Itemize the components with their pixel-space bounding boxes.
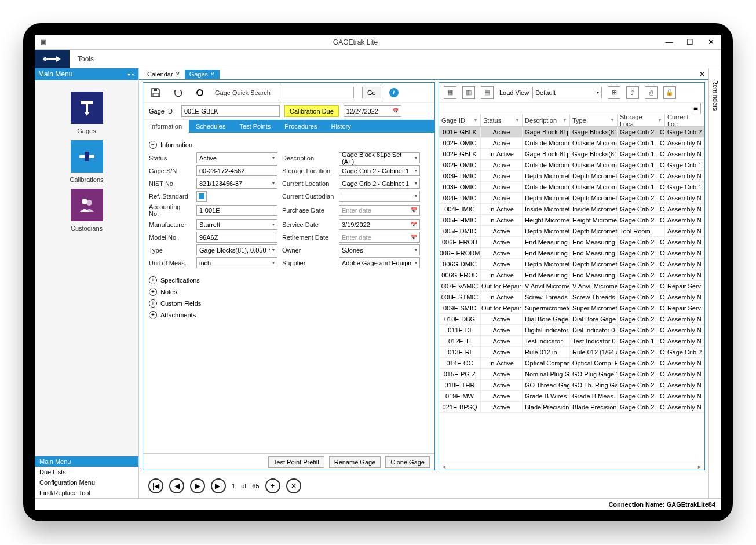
table-row[interactable]: 015E-PG-ZActiveNominal Plug GaGO Plug Ga…	[439, 369, 704, 380]
table-row[interactable]: 002F-OMICActiveOutside MicromeOutside Mi…	[439, 160, 704, 171]
subtab-history[interactable]: History	[324, 120, 357, 133]
filter-icon[interactable]: ▼	[658, 118, 662, 123]
table-row[interactable]: 003E-DMICActiveDepth MicrometeDepth Micr…	[439, 171, 704, 182]
maximize-button[interactable]: ☐	[680, 38, 700, 46]
sidebar-collapse-icon[interactable]: ▾ «	[127, 71, 135, 78]
undo-icon[interactable]	[171, 86, 185, 100]
next-due-date[interactable]: 12/24/2022 📅	[344, 105, 401, 117]
grid-header-description[interactable]: Description▼	[523, 114, 570, 126]
unit-of-meas-field[interactable]: inch	[196, 257, 277, 268]
tab-gages[interactable]: Gages ✕	[185, 70, 220, 79]
table-row[interactable]: 006G-ERODIn-ActiveEnd Measuring REnd Mea…	[439, 270, 704, 281]
grid-body[interactable]: 001E-GBLKActiveGage Block 81pcGage Block…	[439, 127, 704, 463]
minimize-button[interactable]: —	[659, 38, 680, 46]
filter-icon[interactable]: ▼	[515, 118, 520, 123]
table-row[interactable]: 012E-TIActiveTest indicatorTest Indicato…	[439, 336, 704, 347]
grid-h-scroll[interactable]: ◄►	[439, 463, 704, 470]
ref-standard-checkbox[interactable]	[196, 191, 207, 202]
sidebar-item-custodians[interactable]: Custodians	[71, 189, 103, 232]
export-excel-icon[interactable]: ⊞	[608, 86, 620, 99]
first-record-button[interactable]: |◀	[148, 478, 163, 493]
grid-header-type[interactable]: Type▼	[570, 114, 618, 126]
grid-header-status[interactable]: Status▼	[481, 114, 523, 126]
table-row[interactable]: 003E-OMICActiveOutside MicromeOutside Mi…	[439, 182, 704, 193]
close-all-tabs-icon[interactable]: ✕	[699, 70, 705, 78]
close-icon[interactable]: ✕	[210, 71, 215, 77]
refresh-icon[interactable]	[193, 86, 207, 100]
nav-find-replace[interactable]: Find/Replace Tool	[35, 488, 138, 498]
current-location-field[interactable]: Gage Crib 2 - Cabinet 1	[339, 178, 420, 189]
next-record-button[interactable]: ▶	[190, 478, 205, 493]
load-view-select[interactable]: Default▾	[532, 87, 602, 98]
go-button[interactable]: Go	[362, 87, 381, 98]
nav-main-menu[interactable]: Main Menu	[35, 456, 138, 467]
prev-record-button[interactable]: ◀	[169, 478, 184, 493]
grid-columns-icon[interactable]: ▤	[481, 86, 494, 99]
collapse-attachments[interactable]: + Attachments	[149, 311, 429, 319]
table-row[interactable]: 019E-MWActiveGrade B WiresGrade B Meas. …	[439, 391, 704, 402]
table-row[interactable]: 009E-SMICOut for RepairSupermicrometeSup…	[439, 303, 704, 314]
nav-config-menu[interactable]: Configuration Menu	[35, 477, 138, 488]
close-button[interactable]: ✕	[700, 38, 721, 46]
subtab-procedures[interactable]: Procedures	[277, 120, 324, 133]
sidebar-item-calibrations[interactable]: Calibrations	[70, 140, 103, 183]
close-icon[interactable]: ✕	[176, 71, 180, 77]
table-row[interactable]: 002E-OMICActiveOutside MicromeOutside Mi…	[439, 138, 704, 149]
sidebar-item-gages[interactable]: Gages	[71, 92, 103, 134]
grid-menu-icon[interactable]: ≡	[691, 103, 701, 114]
grid-header-current-loc[interactable]: Current Loc	[665, 114, 703, 126]
tab-calendar[interactable]: Calendar ✕	[143, 70, 185, 79]
save-icon[interactable]	[149, 86, 163, 100]
table-row[interactable]: 013E-RIActiveRule 012 inRule 012 (1/64 a…	[439, 347, 704, 358]
table-row[interactable]: 008E-STMICIn-ActiveScrew Threads MScrew …	[439, 292, 704, 303]
table-row[interactable]: 001E-GBLKActiveGage Block 81pcGage Block…	[439, 127, 704, 138]
collapse-information[interactable]: − Information	[149, 141, 429, 149]
grid-header-gage-id[interactable]: Gage ID▼	[439, 114, 481, 126]
table-row[interactable]: 018E-THRActiveGO Thread GageGO Th. Ring …	[439, 380, 704, 391]
table-row[interactable]: 014E-OCIn-ActiveOptical ComparaOptical C…	[439, 358, 704, 369]
status-field[interactable]: Active	[196, 152, 277, 163]
grid-view-icon[interactable]: ▦	[444, 86, 456, 99]
subtab-test-points[interactable]: Test Points	[232, 120, 277, 133]
manufacturer-field[interactable]: Starrett	[196, 219, 277, 230]
current-custodian-field[interactable]	[339, 191, 420, 202]
table-row[interactable]: 005F-DMICActiveDepth MicrometeDepth Micr…	[439, 226, 704, 237]
model-no-field[interactable]: 96A6Z	[196, 232, 277, 243]
table-row[interactable]: 004E-DMICActiveDepth MicrometeDepth Micr…	[439, 193, 704, 204]
description-field[interactable]: Gage Block 81pc Set (A+)	[339, 152, 420, 163]
table-row[interactable]: 021E-BPSQActiveBlade Precision SBlade Pr…	[439, 402, 704, 413]
rename-gage-button[interactable]: Rename Gage	[329, 456, 381, 468]
table-row[interactable]: 006G-DMICActiveDepth MicrometeDepth Micr…	[439, 259, 704, 270]
supplier-field[interactable]: Adobe Gage and Equipment	[339, 257, 420, 268]
storage-location-field[interactable]: Gage Crib 2 - Cabinet 1	[339, 165, 420, 176]
purchase-date-field[interactable]: Enter date	[339, 205, 420, 216]
ribbon-tools[interactable]: Tools	[70, 55, 102, 63]
table-row[interactable]: 007E-VAMICOut for RepairV Anvil Micromet…	[439, 281, 704, 292]
type-field[interactable]: Gage Blocks(81), 0.050-4.0in	[196, 244, 277, 255]
clone-gage-button[interactable]: Clone Gage	[385, 456, 430, 468]
delete-record-button[interactable]: ✕	[286, 478, 301, 493]
table-row[interactable]: 006E-ERODActiveEnd Measuring REnd Measur…	[439, 237, 704, 248]
subtab-information[interactable]: Information	[143, 120, 189, 133]
last-record-button[interactable]: ▶|	[211, 478, 226, 493]
filter-icon[interactable]: ▼	[610, 118, 615, 123]
collapse-custom-fields[interactable]: + Custom Fields	[149, 299, 429, 308]
filter-icon[interactable]: ▼	[473, 118, 478, 123]
filter-icon[interactable]: ▼	[563, 118, 567, 123]
gage-sn-field[interactable]: 00-23-172-4562	[196, 165, 277, 176]
system-menu-icon[interactable]: ▣	[35, 38, 52, 46]
info-icon[interactable]: i	[389, 88, 399, 97]
nav-due-lists[interactable]: Due Lists	[35, 467, 138, 477]
nist-no-field[interactable]: 821/123456-37	[196, 178, 277, 189]
table-row[interactable]: 011E-DIActiveDigital indicatorDial Indic…	[439, 325, 704, 336]
print-icon[interactable]: ⎙	[645, 86, 658, 99]
collapse-specifications[interactable]: + Specifications	[149, 276, 429, 284]
reminders-panel[interactable]: Reminders	[708, 68, 721, 498]
collapse-notes[interactable]: + Notes	[149, 288, 429, 296]
service-date-field[interactable]: 3/19/2022	[339, 219, 420, 230]
add-record-button[interactable]: +	[265, 478, 280, 493]
table-row[interactable]: 006F-ERODMActiveEnd Measuring REnd Measu…	[439, 248, 704, 259]
table-row[interactable]: 010E-DBGActiveDial Bore GageDial Bore Ga…	[439, 314, 704, 325]
accounting-no-field[interactable]: 1-001E	[196, 205, 277, 216]
export-arrow-icon[interactable]: ⤴	[626, 86, 639, 99]
